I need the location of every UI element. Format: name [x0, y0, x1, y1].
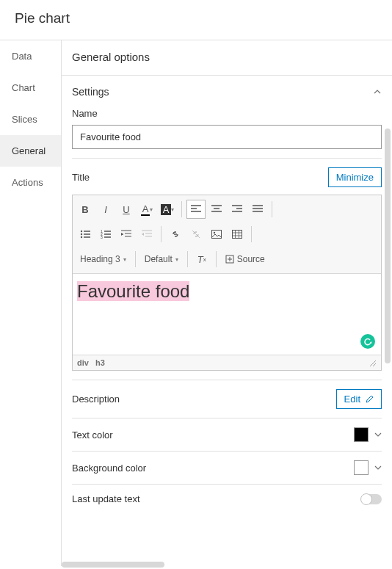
path-div[interactable]: div — [77, 358, 89, 367]
svg-rect-8 — [233, 231, 242, 239]
scrollbar-vertical[interactable] — [385, 128, 391, 363]
clear-format-icon[interactable]: Tx — [192, 250, 211, 269]
section-title: General options — [62, 40, 392, 76]
align-left-icon[interactable] — [186, 200, 206, 219]
image-icon[interactable] — [207, 225, 226, 244]
sidebar: Data Chart Slices General Actions — [0, 40, 61, 566]
align-center-icon[interactable] — [207, 200, 226, 219]
sidebar-item-actions[interactable]: Actions — [0, 167, 61, 198]
toolbar-separator — [161, 226, 161, 242]
link-icon[interactable] — [166, 225, 185, 244]
toolbar-separator — [272, 201, 272, 217]
editor-content-area[interactable]: Favourite food — [73, 274, 381, 355]
title-label: Title — [72, 172, 90, 183]
editor-toolbar: B I U A▾ A▾ 123 — [73, 195, 381, 274]
chevron-down-icon[interactable] — [374, 465, 382, 470]
settings-accordion-header[interactable]: Settings — [72, 76, 382, 108]
indent-icon[interactable] — [117, 225, 136, 244]
content-panel: General options Settings Name Title Mini… — [61, 40, 392, 566]
toolbar-separator — [216, 251, 217, 267]
title-text[interactable]: Favourite food — [77, 281, 189, 301]
bg-color-label: Background color — [72, 463, 146, 474]
unlink-icon[interactable] — [186, 225, 206, 244]
name-input[interactable] — [72, 125, 382, 149]
chevron-up-icon — [373, 87, 382, 96]
text-color-icon[interactable]: A▾ — [137, 200, 156, 219]
last-update-label: Last update text — [72, 493, 140, 504]
minimize-button[interactable]: Minimize — [328, 167, 382, 187]
path-h3[interactable]: h3 — [95, 358, 105, 367]
pencil-icon — [365, 395, 374, 404]
bold-icon[interactable]: B — [76, 200, 95, 219]
chevron-down-icon[interactable] — [374, 432, 382, 437]
underline-icon[interactable]: U — [117, 200, 136, 219]
name-label: Name — [72, 108, 382, 119]
bg-color-swatch[interactable] — [354, 460, 369, 475]
resize-handle-icon[interactable] — [368, 358, 377, 367]
bullet-list-icon[interactable] — [76, 225, 95, 244]
toolbar-separator — [251, 226, 252, 242]
toolbar-separator — [187, 251, 188, 267]
bg-color-icon[interactable]: A▾ — [158, 200, 177, 219]
sidebar-item-data[interactable]: Data — [0, 40, 61, 72]
page-title: Pie chart — [0, 0, 392, 40]
number-list-icon[interactable]: 123 — [96, 225, 115, 244]
italic-icon[interactable]: I — [96, 200, 115, 219]
description-label: Description — [72, 394, 120, 405]
scrollbar-horizontal[interactable] — [62, 562, 164, 568]
sidebar-item-slices[interactable]: Slices — [0, 104, 61, 135]
sidebar-item-chart[interactable]: Chart — [0, 72, 61, 104]
svg-point-2 — [81, 236, 82, 238]
table-icon[interactable] — [228, 225, 247, 244]
style-dropdown[interactable]: Default▾ — [140, 250, 183, 269]
settings-label: Settings — [72, 86, 109, 98]
svg-point-1 — [81, 233, 82, 235]
svg-point-7 — [214, 232, 215, 233]
last-update-toggle[interactable] — [361, 494, 382, 504]
svg-point-0 — [81, 231, 82, 232]
text-color-swatch[interactable] — [354, 427, 369, 442]
rich-text-editor: B I U A▾ A▾ 123 — [72, 195, 382, 371]
toolbar-separator — [181, 201, 182, 217]
source-button[interactable]: Source — [221, 250, 269, 269]
sidebar-item-general[interactable]: General — [0, 135, 61, 167]
heading-dropdown[interactable]: Heading 3▾ — [76, 250, 131, 269]
outdent-icon[interactable] — [137, 225, 156, 244]
align-justify-icon[interactable] — [248, 200, 267, 219]
svg-rect-6 — [212, 231, 222, 239]
toolbar-separator — [135, 251, 136, 267]
align-right-icon[interactable] — [228, 200, 247, 219]
grammarly-icon[interactable] — [360, 334, 375, 349]
editor-footer: div h3 — [73, 355, 381, 370]
svg-text:3: 3 — [101, 235, 103, 239]
text-color-label: Text color — [72, 430, 113, 441]
edit-button[interactable]: Edit — [336, 389, 382, 409]
